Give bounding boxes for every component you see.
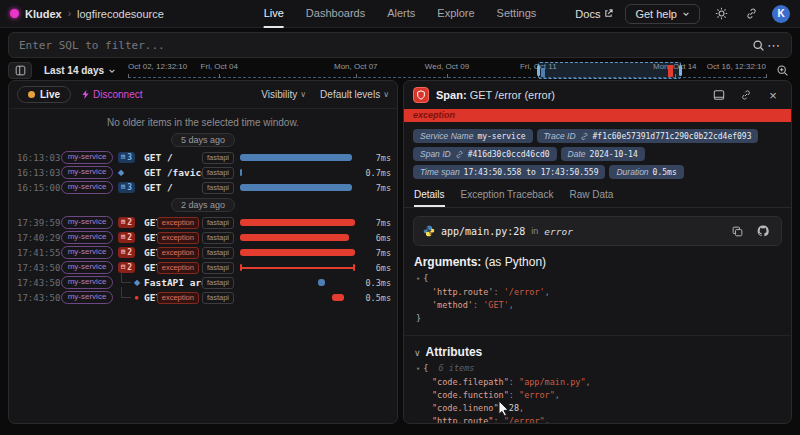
children-count-badge[interactable]: ⊞2 <box>118 217 135 228</box>
trace-list-row[interactable]: 16:13:03my-service◆GET /favicon.icofasta… <box>9 165 397 180</box>
children-count-badge[interactable]: ⊞2 <box>118 247 135 258</box>
disconnect-icon <box>81 90 90 99</box>
theme-toggle-button[interactable] <box>712 5 730 23</box>
trace-list-row[interactable]: 17:40:29my-service⊞2GET /errorexceptionf… <box>9 230 397 245</box>
panel-toggle-button[interactable] <box>8 62 32 79</box>
org-name[interactable]: Kludex <box>25 8 62 20</box>
live-toggle[interactable]: Live <box>17 86 71 103</box>
children-count: 2 <box>127 263 132 272</box>
trace-list-row[interactable]: 17:43:50my-service◆FastAPI argumentsfast… <box>9 275 397 290</box>
fold-toggle-icon[interactable]: ▾ <box>416 365 420 373</box>
row-tags: exceptionfastapi <box>157 247 234 259</box>
tag-fastapi: fastapi <box>202 262 234 274</box>
tab-details[interactable]: Details <box>414 189 445 207</box>
user-avatar[interactable]: K <box>772 5 790 23</box>
chevron-down-icon <box>108 67 116 75</box>
filter-more-button[interactable]: ⋯ <box>767 38 781 53</box>
search-button[interactable] <box>749 36 767 54</box>
nav-item-live[interactable]: Live <box>264 0 284 28</box>
row-tags: exceptionfastapi <box>157 262 234 274</box>
meta-label: Duration <box>616 167 648 177</box>
row-badge-slot: ⊞2 <box>118 217 144 228</box>
default-levels-dropdown[interactable]: Default levels ∨ <box>320 89 389 100</box>
trace-list-row[interactable]: 17:43:50my-service⊟2GET /errorexceptionf… <box>9 260 397 275</box>
get-help-button[interactable]: Get help <box>625 4 700 24</box>
duration-bar <box>240 184 352 191</box>
timeline-tick-label: Wed, Oct 09 <box>425 62 469 71</box>
row-duration: 0.5ms <box>361 293 391 303</box>
timeline-tick <box>447 74 448 78</box>
meta-pill-span-id[interactable]: Span ID#416d30c0ccd46cd0 <box>413 147 557 161</box>
close-panel-button[interactable]: × <box>764 86 782 104</box>
trace-list-row[interactable]: 16:13:03my-service⊞3GET /fastapi7ms <box>9 150 397 165</box>
trace-list-row[interactable]: 16:15:00my-service⊞3GET /fastapi7ms <box>9 180 397 195</box>
live-label: Live <box>40 89 60 100</box>
meta-pill-trace-id[interactable]: Trace ID#f1c60e57391d771c290c0b22cd4ef09… <box>537 129 759 143</box>
dock-panel-button[interactable] <box>710 86 728 104</box>
expand-icon: ⊞ <box>121 184 125 191</box>
selection-right-handle[interactable] <box>679 65 682 76</box>
code-file-path[interactable]: app/main.py:28 <box>441 226 525 237</box>
open-in-github-button[interactable] <box>754 222 772 240</box>
timeline-selection[interactable] <box>538 62 681 79</box>
logfire-logo-icon[interactable] <box>10 9 19 18</box>
tag-fastapi: fastapi <box>202 217 234 229</box>
row-timestamp: 17:41:55 <box>17 248 61 258</box>
children-count-badge[interactable]: ⊞3 <box>118 152 135 163</box>
children-count: 2 <box>127 233 132 242</box>
timeline-zoom-button[interactable] <box>772 62 792 79</box>
disconnect-button[interactable]: Disconnect <box>81 89 142 100</box>
tab-raw-data[interactable]: Raw Data <box>569 189 613 207</box>
timeline-histogram-bar <box>541 68 545 77</box>
sql-filter-input[interactable] <box>19 39 749 52</box>
trace-list-row[interactable]: 17:39:59my-service⊞2GET /errorexceptionf… <box>9 215 397 230</box>
nav-item-alerts[interactable]: Alerts <box>387 0 415 28</box>
project-name[interactable]: logfirecodesource <box>77 8 164 20</box>
timeline[interactable]: Oct 02, 12:32:10Fri, Oct 04Mon, Oct 07We… <box>128 62 766 79</box>
share-link-button[interactable] <box>742 5 760 23</box>
service-pill: my-service <box>61 151 113 164</box>
duration-bar <box>240 219 355 226</box>
code-value: 'GET' <box>483 300 509 310</box>
meta-label: Time span <box>420 167 460 177</box>
tab-exception-traceback[interactable]: Exception Traceback <box>461 189 554 207</box>
live-status-icon <box>28 91 35 98</box>
row-duration: 0.7ms <box>361 168 391 178</box>
attributes-label: Attributes <box>426 345 483 359</box>
search-icon <box>752 39 765 52</box>
trace-list-row[interactable]: 17:41:55my-service⊞2GET /errorexceptionf… <box>9 245 397 260</box>
service-pill: my-service <box>61 181 113 194</box>
live-view-header: Live Disconnect Visibility ∨ Default lev… <box>9 81 397 109</box>
meta-value: my-service <box>477 132 525 141</box>
visibility-dropdown[interactable]: Visibility ∨ <box>261 89 306 100</box>
disconnect-label: Disconnect <box>93 89 142 100</box>
service-pill: my-service <box>61 216 113 229</box>
tag-fastapi: fastapi <box>202 152 234 164</box>
copy-span-link-button[interactable] <box>737 86 755 104</box>
children-count-badge[interactable]: ⊞3 <box>118 182 135 193</box>
span-message: GET / <box>144 152 202 163</box>
collapse-chevron-icon[interactable]: ∨ <box>414 348 421 358</box>
code-entry: "code.filepath": "app/main.py", <box>416 376 781 389</box>
code-key: "code.filepath" <box>432 377 509 387</box>
copy-code-path-button[interactable] <box>728 222 746 240</box>
tag-exception: exception <box>157 262 199 274</box>
children-count-badge[interactable]: ⊞2 <box>118 232 135 243</box>
code-function-name: error <box>544 226 573 237</box>
nav-item-explore[interactable]: Explore <box>437 0 474 28</box>
python-icon <box>423 225 435 237</box>
trace-list-row[interactable]: 17:43:50my-service●GET /error (error)exc… <box>9 290 397 305</box>
code-value: "error" <box>519 390 555 400</box>
meta-value: #416d30c0ccd46cd0 <box>468 150 550 159</box>
fold-toggle-icon[interactable]: ▾ <box>416 275 420 283</box>
nav-item-settings[interactable]: Settings <box>497 0 537 28</box>
selection-left-handle[interactable] <box>537 65 540 76</box>
empty-window-message: No older items in the selected time wind… <box>9 113 397 130</box>
docs-link[interactable]: Docs <box>575 8 613 20</box>
span-message: GET /error <box>144 232 157 243</box>
items-count-note: 6 items <box>428 363 474 373</box>
nav-item-dashboards[interactable]: Dashboards <box>306 0 365 28</box>
tree-connector <box>121 287 131 298</box>
time-range-select[interactable]: Last 14 days <box>38 65 122 76</box>
row-duration: 0.3ms <box>361 278 391 288</box>
